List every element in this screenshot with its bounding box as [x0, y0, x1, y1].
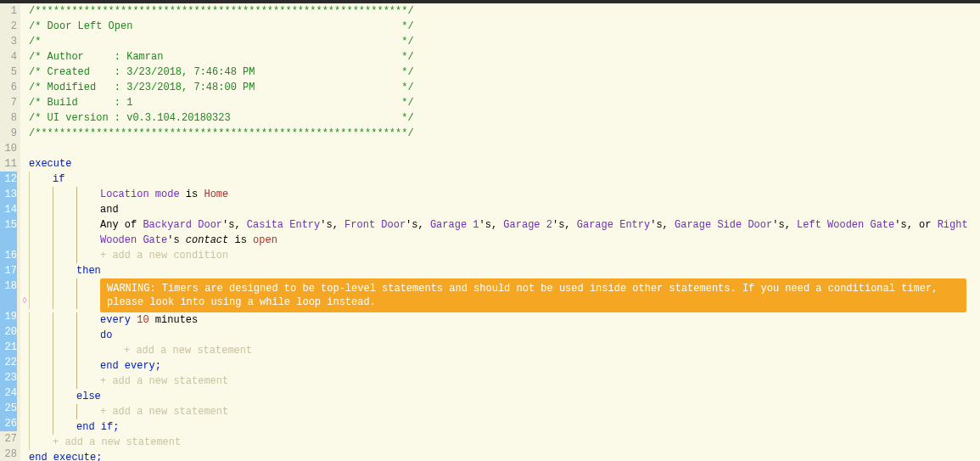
- warning-banner: WARNING: Timers are designed to be top-l…: [29, 278, 973, 312]
- line-number: 26: [0, 416, 17, 431]
- line-number: 5: [0, 65, 17, 80]
- comment-line: /* Modified : 3/23/2018, 7:48:00 PM */: [29, 80, 973, 95]
- line-number-gutter: 1234567891011121314151617181920212223242…: [0, 3, 20, 461]
- line-number: 4: [0, 49, 17, 65]
- marker-line18: ◊: [20, 294, 29, 324]
- line-number: 24: [0, 385, 17, 401]
- stmt-end-every[interactable]: end every;: [29, 358, 973, 374]
- comment-line: /* Author : Kamran */: [29, 49, 973, 65]
- cond-contact-open[interactable]: Any of Backyard Door's, Casita Entry's, …: [29, 217, 973, 248]
- line-number: 14: [0, 202, 17, 217]
- hint-add-statement[interactable]: + add a new statement: [29, 374, 973, 389]
- line-number: 16: [0, 248, 17, 263]
- cond-and[interactable]: and: [29, 202, 973, 217]
- cond-location-mode[interactable]: Location mode is Home: [29, 187, 973, 202]
- hint-add-statement[interactable]: + add a new statement: [29, 404, 973, 419]
- warning-text: WARNING: Timers are designed to be top-l…: [100, 278, 966, 312]
- line-number: 10: [0, 141, 17, 156]
- stmt-every[interactable]: every 10 minutes: [29, 312, 973, 328]
- comment-line: /* */: [29, 34, 973, 49]
- line-number: 3: [0, 34, 17, 49]
- comment-line: /* UI version : v0.3.104.20180323 */: [29, 110, 973, 126]
- line-number: 20: [0, 324, 17, 340]
- line-number: 19: [0, 309, 17, 324]
- line-number: 9: [0, 126, 17, 141]
- comment-line: /* Created : 3/23/2018, 7:46:48 PM */: [29, 65, 973, 80]
- line-number: 18: [0, 278, 17, 309]
- code-area[interactable]: /***************************************…: [29, 3, 980, 461]
- comment-line: /* Door Left Open */: [29, 19, 973, 34]
- blank-line: [29, 141, 973, 156]
- line-number: 27: [0, 431, 17, 447]
- hint-add-statement[interactable]: + add a new statement: [29, 343, 973, 358]
- line-number: 22: [0, 355, 17, 370]
- hint-add-condition[interactable]: + add a new condition: [29, 248, 973, 263]
- line-number: 12: [0, 171, 17, 187]
- stmt-do[interactable]: do: [29, 328, 973, 343]
- marker-strip: ◊: [20, 3, 29, 461]
- line-number: 17: [0, 263, 17, 278]
- line-number: 13: [0, 187, 17, 202]
- stmt-end-if[interactable]: end if;: [29, 419, 973, 435]
- line-number: 21: [0, 340, 17, 355]
- line-number: 23: [0, 370, 17, 385]
- line-number: 6: [0, 80, 17, 95]
- hint-add-statement[interactable]: + add a new statement: [29, 435, 973, 450]
- stmt-else[interactable]: else: [29, 389, 973, 404]
- stmt-then[interactable]: then: [29, 263, 973, 278]
- line-number: 25: [0, 401, 17, 416]
- line-number: 8: [0, 110, 17, 126]
- stmt-end-execute[interactable]: end execute;: [29, 450, 973, 461]
- line-number: 7: [0, 95, 17, 110]
- line-number: 15: [0, 217, 17, 248]
- code-editor: 1234567891011121314151617181920212223242…: [0, 3, 980, 461]
- stmt-if[interactable]: if: [29, 171, 973, 187]
- line-number: 1: [0, 3, 17, 19]
- line-number: 11: [0, 156, 17, 171]
- line-number: 2: [0, 19, 17, 34]
- stmt-execute[interactable]: execute: [29, 156, 973, 171]
- comment-line: /***************************************…: [29, 3, 973, 19]
- line-number: 28: [0, 447, 17, 461]
- comment-line: /***************************************…: [29, 126, 973, 141]
- comment-line: /* Build : 1 */: [29, 95, 973, 110]
